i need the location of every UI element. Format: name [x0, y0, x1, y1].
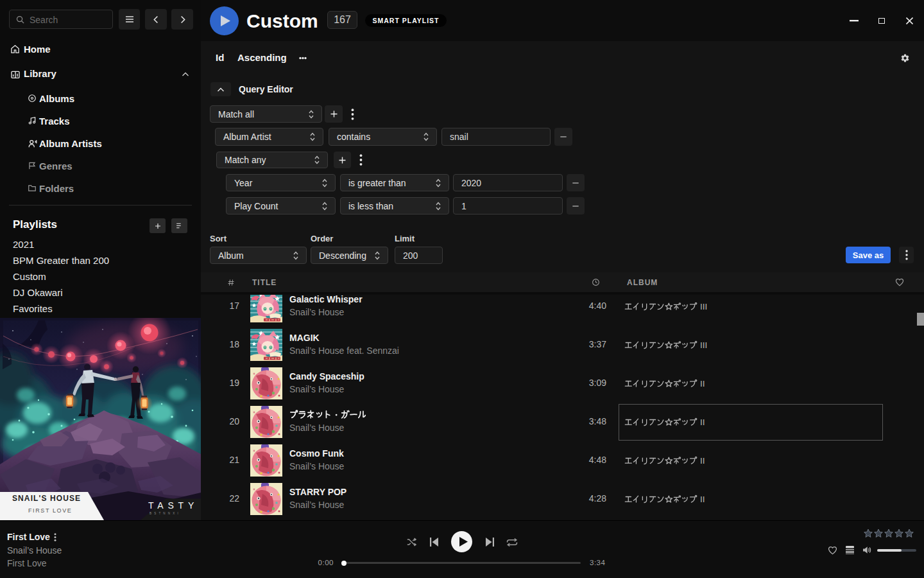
svg-text:III: III: [700, 302, 707, 311]
svg-text:FIRST LOVE: FIRST LOVE: [28, 507, 72, 514]
svg-text:SNAIL'S HOUSE: SNAIL'S HOUSE: [12, 494, 81, 503]
svg-text:II: II: [700, 379, 705, 389]
svg-text:II: II: [700, 495, 705, 504]
svg-text:BSTNNXI: BSTNNXI: [150, 512, 181, 515]
svg-text:III: III: [700, 340, 707, 350]
svg-text:II: II: [700, 456, 705, 466]
svg-text:TASTY: TASTY: [148, 500, 198, 511]
svg-text:II: II: [700, 417, 705, 427]
